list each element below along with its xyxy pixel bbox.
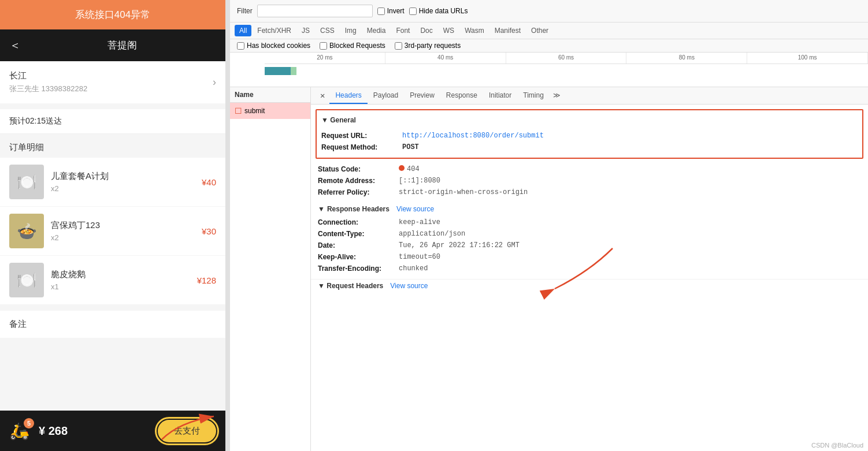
response-headers-view-source[interactable]: View source	[396, 205, 434, 213]
request-url-key: Request URL:	[321, 132, 402, 140]
invert-checkbox-group[interactable]: Invert	[377, 7, 405, 15]
close-detail-button[interactable]: ✕	[316, 87, 329, 104]
response-headers-header[interactable]: ▼ Response Headers View source	[318, 205, 861, 213]
request-name: submit	[244, 107, 265, 115]
content-area: 长江 张三先生 13398382282 › 预计02:15送达 订单明细 🍽️ …	[0, 61, 225, 451]
detail-tab-payload[interactable]: Payload	[368, 88, 404, 104]
request-headers-view-source[interactable]: View source	[390, 282, 428, 290]
request-url-val: http://localhost:8080/order/submit	[402, 132, 544, 140]
remarks-section: 备注	[0, 311, 225, 338]
detail-tab-preview[interactable]: Preview	[404, 88, 440, 104]
tab-all[interactable]: All	[235, 25, 251, 36]
detail-tab-headers[interactable]: Headers	[329, 88, 367, 104]
response-headers-title: Response Headers	[327, 205, 390, 213]
keep-alive-row: Keep-Alive: timeout=60	[318, 251, 861, 263]
tab-wasm[interactable]: Wasm	[460, 25, 489, 36]
detail-tab-initiator[interactable]: Initiator	[483, 88, 517, 104]
blocked-cookies-group[interactable]: Has blocked cookies	[237, 42, 310, 50]
filter-tabs: All Fetch/XHR JS CSS Img Media Font Doc …	[230, 23, 868, 39]
date-row: Date: Tue, 26 Apr 2022 17:16:22 GMT	[318, 240, 861, 251]
detail-tab-response[interactable]: Response	[440, 88, 483, 104]
item-info-3: 脆皮烧鹅 x1	[51, 269, 197, 291]
request-url-row: Request URL: http://localhost:8080/order…	[321, 130, 858, 141]
response-headers-toggle: ▼	[318, 205, 325, 213]
total-price: ¥ 268	[39, 424, 158, 438]
tab-css[interactable]: CSS	[316, 25, 339, 36]
connection-key: Connection:	[318, 218, 399, 226]
tab-img[interactable]: Img	[340, 25, 361, 36]
item-img-3: 🍽️	[9, 263, 44, 297]
nav-bar: ＜ 菩提阁	[0, 29, 225, 61]
detail-tab-timing[interactable]: Timing	[517, 88, 550, 104]
ruler-mark-3: 60 ms	[506, 53, 627, 64]
order-item-2: 🍲 宫保鸡丁123 x2 ¥30	[0, 207, 225, 256]
tab-fetch-xhr[interactable]: Fetch/XHR	[253, 25, 296, 36]
item-info-2: 宫保鸡丁123 x2	[51, 220, 202, 242]
request-row-submit[interactable]: ☐ submit	[230, 103, 310, 119]
blocked-requests-label: Blocked Requests	[329, 42, 385, 50]
back-button[interactable]: ＜	[9, 38, 21, 53]
status-code-row: Status Code: 404	[318, 163, 861, 175]
name-column: Name ☐ submit	[230, 87, 311, 451]
general-header: ▼ General	[321, 115, 858, 125]
address-info: 长江 张三先生 13398382282	[9, 70, 87, 94]
blocked-cookies-label: Has blocked cookies	[247, 42, 310, 50]
cart-badge: 5	[24, 418, 34, 428]
blocked-requests-checkbox[interactable]	[320, 42, 327, 50]
item-price-1: ¥40	[202, 177, 216, 187]
cart-icon-wrapper: 🛵 5	[9, 422, 29, 441]
tab-other[interactable]: Other	[526, 25, 553, 36]
tab-js[interactable]: JS	[297, 25, 314, 36]
hide-data-urls-checkbox-group[interactable]: Hide data URLs	[409, 7, 468, 15]
content-type-key: Content-Type:	[318, 230, 399, 238]
connection-val: keep-alive	[399, 218, 440, 226]
third-party-checkbox[interactable]	[395, 42, 402, 50]
timeline-area: 20 ms 40 ms 60 ms 80 ms 100 ms	[230, 53, 868, 87]
hide-data-urls-checkbox[interactable]	[409, 8, 417, 15]
order-item-3: 🍽️ 脆皮烧鹅 x1 ¥128	[0, 256, 225, 305]
panel-divider	[225, 0, 230, 451]
filter-label: Filter	[237, 7, 253, 15]
tab-font[interactable]: Font	[391, 25, 414, 36]
app-header-title: 系统接口404异常	[75, 9, 150, 20]
mobile-app-panel: 系统接口404异常 ＜ 菩提阁 长江 张三先生 13398382282 › 预计…	[0, 0, 225, 451]
date-key: Date:	[318, 241, 399, 249]
tab-media[interactable]: Media	[362, 25, 391, 36]
request-method-key: Request Method:	[321, 143, 402, 151]
item-img-2: 🍲	[9, 214, 44, 248]
csdn-watermark: CSDN @BlaCloud	[811, 442, 863, 449]
request-headers-header[interactable]: ▼ Request Headers View source	[318, 282, 861, 290]
filter-input[interactable]	[257, 5, 373, 17]
third-party-label: 3rd-party requests	[405, 42, 461, 50]
item-qty-3: x1	[51, 282, 197, 291]
status-code-val: 404	[407, 165, 420, 173]
order-section-title: 订单明细	[0, 134, 225, 158]
detail-panel: ✕ Headers Payload Preview Response Initi…	[311, 87, 868, 451]
keep-alive-val: timeout=60	[399, 253, 440, 261]
tab-ws[interactable]: WS	[439, 25, 459, 36]
checkout-button[interactable]: 去支付	[158, 420, 216, 442]
third-party-group[interactable]: 3rd-party requests	[395, 42, 461, 50]
ruler-mark-5: 100 ms	[747, 53, 868, 64]
tab-doc[interactable]: Doc	[416, 25, 437, 36]
more-tabs-button[interactable]: ≫	[550, 88, 564, 103]
item-price-3: ¥128	[197, 275, 216, 285]
date-val: Tue, 26 Apr 2022 17:16:22 GMT	[399, 241, 520, 249]
general-section: ▼ General Request URL: http://localhost:…	[316, 109, 863, 159]
transfer-encoding-key: Transfer-Encoding:	[318, 264, 399, 273]
address-arrow[interactable]: ›	[213, 76, 216, 88]
detail-tabs: ✕ Headers Payload Preview Response Initi…	[311, 87, 868, 105]
address-section[interactable]: 长江 张三先生 13398382282 ›	[0, 61, 225, 103]
blocked-requests-group[interactable]: Blocked Requests	[320, 42, 385, 50]
tab-manifest[interactable]: Manifest	[490, 25, 525, 36]
item-name-1: 儿童套餐A计划	[51, 171, 202, 182]
request-headers-title: ▼ Request Headers	[318, 282, 383, 290]
blocked-cookies-checkbox[interactable]	[237, 42, 244, 50]
referrer-policy-row: Referrer Policy: strict-origin-when-cros…	[318, 187, 861, 198]
invert-checkbox[interactable]	[377, 8, 385, 15]
name-col-header: Name	[230, 87, 310, 103]
referrer-policy-key: Referrer Policy:	[318, 188, 399, 196]
remarks-label: 备注	[9, 319, 27, 329]
response-headers-section: ▼ Response Headers View source Connectio…	[311, 200, 868, 279]
hide-data-urls-label: Hide data URLs	[419, 7, 468, 15]
